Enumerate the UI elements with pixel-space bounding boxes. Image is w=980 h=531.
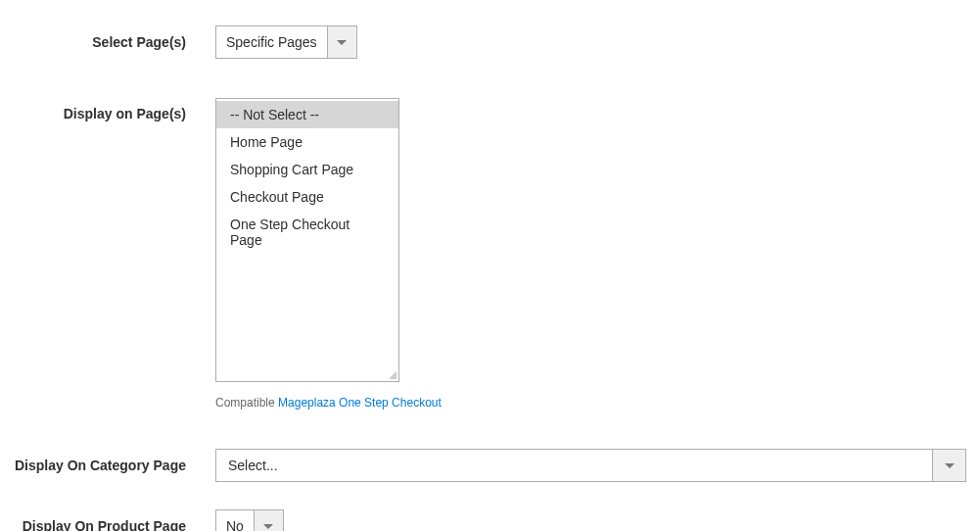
display-on-category-value: Select... (216, 450, 932, 481)
select-pages-value: Specific Pages (216, 26, 327, 58)
label-display-on-category: Display On Category Page (0, 458, 215, 473)
multiselect-option[interactable]: Home Page (216, 128, 398, 156)
row-display-on-category: Display On Category Page Select... (0, 449, 980, 482)
display-on-product-toggle[interactable] (254, 510, 283, 531)
field-display-on-product: No (215, 509, 980, 531)
label-select-pages: Select Page(s) (0, 34, 215, 50)
multiselect-option[interactable]: -- Not Select -- (216, 101, 398, 128)
select-pages-toggle[interactable] (327, 26, 356, 58)
display-on-category-dropdown[interactable]: Select... (215, 449, 966, 482)
row-select-pages: Select Page(s) Specific Pages (0, 25, 980, 59)
display-on-pages-multiselect[interactable]: -- Not Select --Home PageShopping Cart P… (215, 98, 399, 382)
resize-handle-icon[interactable] (387, 369, 397, 379)
label-display-on-pages: Display on Page(s) (0, 98, 215, 121)
chevron-down-icon (945, 463, 955, 468)
display-on-pages-helper: Compatible Mageplaza One Step Checkout (215, 396, 966, 410)
row-display-on-pages: Display on Page(s) -- Not Select --Home … (0, 98, 980, 410)
helper-link-mageplaza[interactable]: Mageplaza One Step Checkout (278, 396, 442, 410)
helper-text: Compatible (215, 396, 275, 410)
row-display-on-product: Display On Product Page No (0, 509, 980, 531)
label-display-on-product: Display On Product Page (0, 518, 215, 531)
chevron-down-icon (263, 524, 273, 529)
multiselect-option[interactable]: Checkout Page (216, 183, 398, 211)
field-display-on-category: Select... (215, 449, 980, 482)
select-pages-dropdown[interactable]: Specific Pages (215, 25, 357, 59)
chevron-down-icon (337, 40, 347, 45)
display-on-product-dropdown[interactable]: No (215, 509, 284, 531)
display-on-category-toggle[interactable] (932, 450, 965, 481)
multiselect-option[interactable]: One Step Checkout Page (216, 211, 398, 254)
field-select-pages: Specific Pages (215, 25, 980, 59)
field-display-on-pages: -- Not Select --Home PageShopping Cart P… (215, 98, 980, 410)
multiselect-option[interactable]: Shopping Cart Page (216, 156, 398, 183)
display-on-product-value: No (216, 510, 254, 531)
